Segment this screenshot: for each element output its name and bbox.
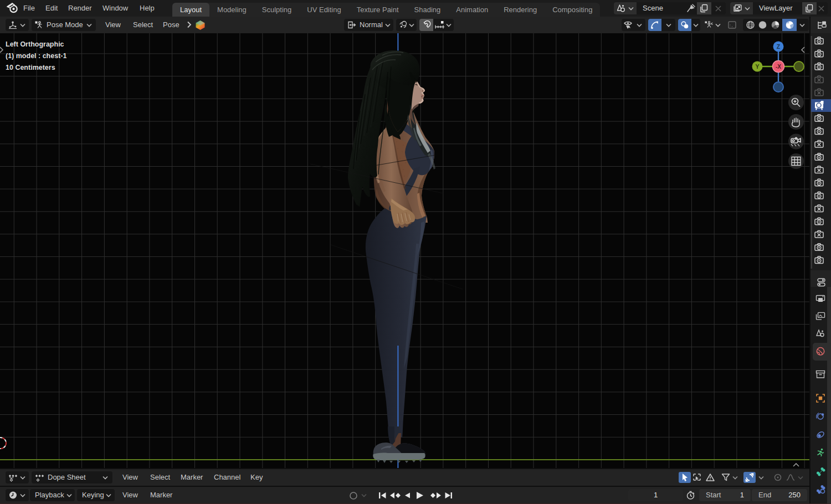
svg-text:Z: Z [777,43,781,50]
svg-text:Y: Y [755,63,759,70]
svg-text:-X: -X [776,64,781,70]
